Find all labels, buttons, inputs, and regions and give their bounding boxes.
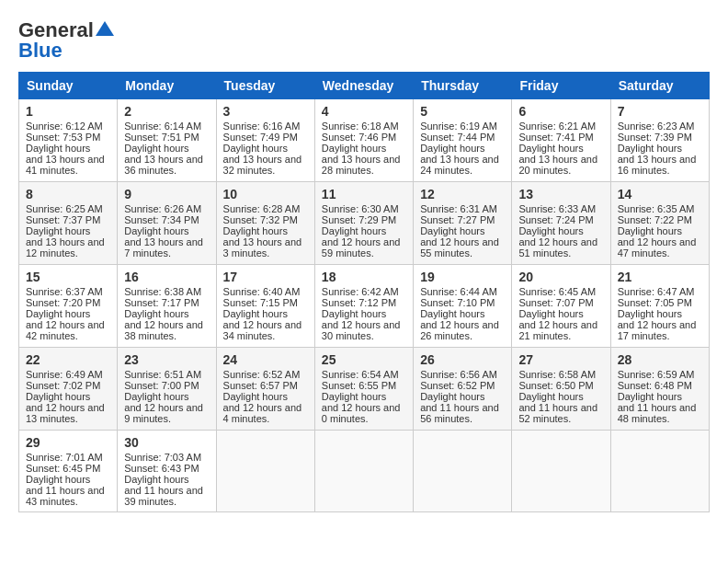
day-number: 2 bbox=[124, 104, 209, 119]
col-saturday: Saturday bbox=[610, 73, 709, 99]
col-monday: Monday bbox=[118, 73, 216, 99]
daylight-label: Daylight hours bbox=[322, 143, 406, 154]
day-number: 22 bbox=[26, 352, 110, 367]
daylight-label: Daylight hours bbox=[124, 474, 209, 485]
sunset-text: Sunset: 6:48 PM bbox=[618, 380, 702, 391]
table-cell: 20Sunrise: 6:45 AMSunset: 7:07 PMDayligh… bbox=[512, 265, 610, 348]
sunset-text: Sunset: 6:43 PM bbox=[124, 463, 209, 474]
daylight-value: and 13 hours and 41 minutes. bbox=[26, 154, 110, 176]
sunrise-text: Sunrise: 7:01 AM bbox=[26, 452, 110, 463]
day-number: 6 bbox=[518, 104, 603, 119]
daylight-value: and 12 hours and 51 minutes. bbox=[518, 236, 603, 259]
day-number: 26 bbox=[420, 352, 505, 367]
sunrise-text: Sunrise: 6:51 AM bbox=[124, 369, 209, 380]
daylight-label: Daylight hours bbox=[618, 391, 702, 402]
daylight-label: Daylight hours bbox=[618, 143, 702, 154]
sunrise-text: Sunrise: 6:12 AM bbox=[26, 121, 110, 132]
col-sunday: Sunday bbox=[19, 73, 118, 99]
day-number: 14 bbox=[618, 187, 702, 201]
day-number: 18 bbox=[322, 270, 406, 284]
table-cell: 16Sunrise: 6:38 AMSunset: 7:17 PMDayligh… bbox=[118, 265, 216, 348]
col-tuesday: Tuesday bbox=[216, 73, 314, 99]
logo: General Blue bbox=[18, 18, 114, 63]
table-cell: 7Sunrise: 6:23 AMSunset: 7:39 PMDaylight… bbox=[610, 99, 709, 182]
daylight-value: and 13 hours and 7 minutes. bbox=[124, 236, 209, 259]
daylight-label: Daylight hours bbox=[223, 225, 308, 236]
day-number: 25 bbox=[322, 352, 406, 367]
sunrise-text: Sunrise: 6:16 AM bbox=[223, 121, 308, 132]
table-cell: 19Sunrise: 6:44 AMSunset: 7:10 PMDayligh… bbox=[414, 265, 512, 348]
daylight-label: Daylight hours bbox=[124, 225, 209, 236]
daylight-label: Daylight hours bbox=[322, 308, 406, 319]
daylight-value: and 13 hours and 16 minutes. bbox=[618, 154, 702, 176]
daylight-value: and 12 hours and 34 minutes. bbox=[223, 319, 308, 341]
day-number: 23 bbox=[124, 352, 209, 367]
table-cell: 29Sunrise: 7:01 AMSunset: 6:45 PMDayligh… bbox=[19, 431, 118, 512]
sunset-text: Sunset: 7:29 PM bbox=[322, 214, 406, 225]
sunset-text: Sunset: 7:15 PM bbox=[223, 297, 308, 308]
page-header: General Blue bbox=[18, 18, 710, 63]
calendar-header-row: Sunday Monday Tuesday Wednesday Thursday… bbox=[19, 73, 710, 99]
table-cell: 11Sunrise: 6:30 AMSunset: 7:29 PMDayligh… bbox=[314, 182, 413, 265]
sunset-text: Sunset: 7:02 PM bbox=[26, 380, 110, 391]
day-number: 28 bbox=[618, 352, 702, 367]
day-number: 19 bbox=[420, 270, 505, 284]
logo-blue: Blue bbox=[18, 39, 63, 63]
day-number: 30 bbox=[124, 435, 209, 450]
table-cell: 24Sunrise: 6:52 AMSunset: 6:57 PMDayligh… bbox=[216, 348, 314, 431]
daylight-label: Daylight hours bbox=[223, 391, 308, 402]
daylight-value: and 11 hours and 52 minutes. bbox=[518, 402, 603, 424]
daylight-value: and 12 hours and 55 minutes. bbox=[420, 236, 505, 259]
table-cell: 23Sunrise: 6:51 AMSunset: 7:00 PMDayligh… bbox=[118, 348, 216, 431]
sunrise-text: Sunrise: 7:03 AM bbox=[124, 452, 209, 463]
sunrise-text: Sunrise: 6:59 AM bbox=[618, 369, 702, 380]
table-cell bbox=[414, 431, 512, 512]
table-cell: 12Sunrise: 6:31 AMSunset: 7:27 PMDayligh… bbox=[414, 182, 512, 265]
col-wednesday: Wednesday bbox=[314, 73, 413, 99]
sunset-text: Sunset: 7:00 PM bbox=[124, 380, 209, 391]
daylight-value: and 12 hours and 0 minutes. bbox=[322, 402, 406, 424]
table-cell: 27Sunrise: 6:58 AMSunset: 6:50 PMDayligh… bbox=[512, 348, 610, 431]
daylight-label: Daylight hours bbox=[618, 308, 702, 319]
day-number: 5 bbox=[420, 104, 505, 119]
table-cell: 9Sunrise: 6:26 AMSunset: 7:34 PMDaylight… bbox=[118, 182, 216, 265]
sunset-text: Sunset: 7:46 PM bbox=[322, 132, 406, 143]
table-cell: 25Sunrise: 6:54 AMSunset: 6:55 PMDayligh… bbox=[314, 348, 413, 431]
daylight-label: Daylight hours bbox=[223, 308, 308, 319]
col-thursday: Thursday bbox=[414, 73, 512, 99]
day-number: 10 bbox=[223, 187, 308, 201]
day-number: 13 bbox=[518, 187, 603, 201]
sunset-text: Sunset: 6:57 PM bbox=[223, 380, 308, 391]
table-cell: 14Sunrise: 6:35 AMSunset: 7:22 PMDayligh… bbox=[610, 182, 709, 265]
day-number: 15 bbox=[26, 270, 110, 284]
table-cell: 21Sunrise: 6:47 AMSunset: 7:05 PMDayligh… bbox=[610, 265, 709, 348]
daylight-label: Daylight hours bbox=[26, 391, 110, 402]
day-number: 9 bbox=[124, 187, 209, 201]
daylight-label: Daylight hours bbox=[618, 225, 702, 236]
daylight-label: Daylight hours bbox=[26, 225, 110, 236]
daylight-value: and 12 hours and 17 minutes. bbox=[618, 319, 702, 341]
daylight-value: and 11 hours and 39 minutes. bbox=[124, 485, 209, 507]
day-number: 3 bbox=[223, 104, 308, 119]
sunset-text: Sunset: 7:20 PM bbox=[26, 297, 110, 308]
sunrise-text: Sunrise: 6:52 AM bbox=[223, 369, 308, 380]
sunset-text: Sunset: 7:22 PM bbox=[618, 214, 702, 225]
sunset-text: Sunset: 7:05 PM bbox=[618, 297, 702, 308]
sunrise-text: Sunrise: 6:21 AM bbox=[518, 121, 603, 132]
daylight-value: and 12 hours and 59 minutes. bbox=[322, 236, 406, 259]
daylight-value: and 12 hours and 4 minutes. bbox=[223, 402, 308, 424]
sunset-text: Sunset: 6:52 PM bbox=[420, 380, 505, 391]
daylight-label: Daylight hours bbox=[26, 143, 110, 154]
sunrise-text: Sunrise: 6:30 AM bbox=[322, 203, 406, 214]
day-number: 27 bbox=[518, 352, 603, 367]
sunset-text: Sunset: 7:32 PM bbox=[223, 214, 308, 225]
sunrise-text: Sunrise: 6:35 AM bbox=[618, 203, 702, 214]
daylight-label: Daylight hours bbox=[223, 143, 308, 154]
sunrise-text: Sunrise: 6:47 AM bbox=[618, 286, 702, 297]
sunrise-text: Sunrise: 6:56 AM bbox=[420, 369, 505, 380]
sunrise-text: Sunrise: 6:40 AM bbox=[223, 286, 308, 297]
daylight-value: and 13 hours and 24 minutes. bbox=[420, 154, 505, 176]
daylight-label: Daylight hours bbox=[420, 225, 505, 236]
daylight-value: and 12 hours and 9 minutes. bbox=[124, 402, 209, 424]
sunrise-text: Sunrise: 6:45 AM bbox=[518, 286, 603, 297]
